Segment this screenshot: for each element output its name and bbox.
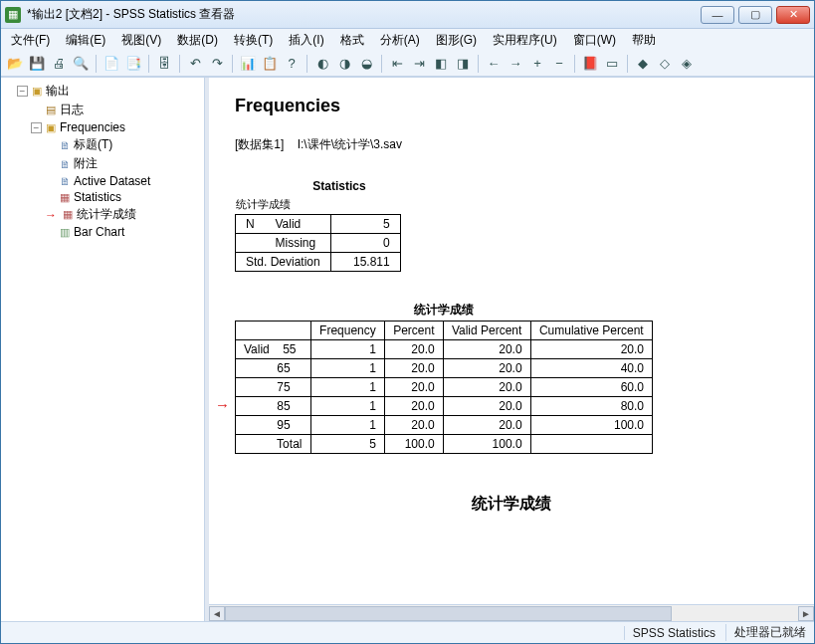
scroll-track[interactable]: [225, 606, 798, 621]
scroll-left-button[interactable]: ◄: [209, 606, 225, 621]
app-window: ▦ *输出2 [文档2] - SPSS Statistics 查看器 — ▢ ✕…: [0, 0, 815, 644]
freq-col-validpercent: Valid Percent: [443, 322, 530, 340]
toolbar-export-button[interactable]: 📄: [102, 54, 121, 74]
toolbar-promote-button[interactable]: ⇤: [387, 54, 407, 74]
freq-total-row: Total5100.0100.0: [236, 435, 653, 454]
toolbar: 📂💾🖨🔍📄📑🗄↶↷📊📋?◐◑◒⇤⇥◧◨←→+−📕▭◆◇◈: [1, 51, 814, 77]
menu-item-0[interactable]: 文件(F): [5, 30, 56, 51]
titlebar: ▦ *输出2 [文档2] - SPSS Statistics 查看器 — ▢ ✕: [1, 1, 814, 29]
menu-item-3[interactable]: 数据(D): [171, 30, 224, 51]
toolbar-d2-button[interactable]: ◇: [655, 54, 675, 74]
toolbar-redo-button[interactable]: ↷: [207, 54, 227, 74]
toolbar-d3-button[interactable]: ◈: [677, 54, 697, 74]
toolbar-pt2-button[interactable]: ◑: [334, 54, 354, 74]
toolbar-expand-button[interactable]: +: [527, 54, 547, 74]
tree-log[interactable]: ▤ 日志: [31, 101, 202, 119]
toolbar-separator: [148, 55, 149, 73]
app-icon: ▦: [5, 7, 21, 23]
tree-notes[interactable]: 🗎附注: [45, 154, 202, 173]
horizontal-scrollbar[interactable]: ◄ ►: [209, 604, 814, 621]
toolbar-back-button[interactable]: ←: [484, 54, 504, 74]
freq-total-vp: 100.0: [443, 435, 530, 454]
freq-vp: 20.0: [443, 378, 530, 397]
output-content[interactable]: Frequencies [数据集1] I:\课件\统计学\3.sav Stati…: [209, 78, 814, 604]
freq-row: 65120.020.040.0: [236, 359, 653, 378]
menu-item-9[interactable]: 实用程序(U): [487, 30, 563, 51]
tree-barchart[interactable]: ▥Bar Chart: [45, 224, 202, 240]
toolbar-collapse-button[interactable]: −: [549, 54, 569, 74]
menu-item-4[interactable]: 转换(T): [228, 30, 279, 51]
tree-variable[interactable]: →▦统计学成绩: [45, 205, 202, 224]
toolbar-open-button[interactable]: 📂: [5, 54, 25, 74]
close-button[interactable]: ✕: [776, 6, 810, 24]
tree-statistics[interactable]: ▦Statistics: [45, 189, 202, 205]
menu-item-7[interactable]: 分析(A): [374, 30, 426, 51]
toolbar-d1-button[interactable]: ◆: [633, 54, 653, 74]
outline-pane[interactable]: −▣ 输出 ▤ 日志 −▣ Frequencies 🗎标题(: [1, 78, 205, 621]
toolbar-hide-button[interactable]: ◨: [453, 54, 473, 74]
freq-vp: 20.0: [443, 397, 530, 416]
freq-row: 85120.020.080.0: [236, 397, 653, 416]
toolbar-select-last-button[interactable]: 📋: [260, 54, 280, 74]
freq-col-percent: Percent: [384, 322, 443, 340]
toolbar-dialog-button[interactable]: ▭: [602, 54, 622, 74]
menu-item-6[interactable]: 格式: [334, 30, 370, 51]
minimize-button[interactable]: —: [701, 6, 734, 24]
stats-n-label: N: [236, 215, 266, 234]
tree-frequencies-label: Frequencies: [60, 120, 125, 134]
status-processor: 处理器已就绪: [725, 624, 806, 641]
freq-cp: 100.0: [530, 416, 652, 435]
scroll-right-button[interactable]: ►: [798, 606, 814, 621]
toolbar-separator: [96, 55, 97, 73]
toolbar-save-button[interactable]: 💾: [27, 54, 47, 74]
tree-title[interactable]: 🗎标题(T): [45, 135, 202, 154]
menu-item-2[interactable]: 视图(V): [115, 30, 167, 51]
menu-item-10[interactable]: 窗口(W): [567, 30, 622, 51]
toolbar-pt3-button[interactable]: ◒: [356, 54, 376, 74]
freq-total-cp: [530, 435, 652, 454]
tree-active-dataset[interactable]: 🗎Active Dataset: [45, 173, 202, 189]
tree-root[interactable]: −▣ 输出: [17, 82, 202, 101]
freq-cp: 40.0: [530, 359, 652, 378]
frequency-table[interactable]: Frequency Percent Valid Percent Cumulati…: [235, 321, 653, 454]
toolbar-show-button[interactable]: ◧: [431, 54, 451, 74]
menu-item-8[interactable]: 图形(G): [430, 30, 483, 51]
toolbar-separator: [574, 55, 575, 73]
folder-icon: ▣: [44, 121, 58, 133]
toolbar-help-button[interactable]: ?: [282, 54, 302, 74]
toolbar-pt1-button[interactable]: ◐: [312, 54, 332, 74]
toolbar-demote-button[interactable]: ⇥: [409, 54, 429, 74]
toolbar-goto-button[interactable]: 📊: [238, 54, 258, 74]
freq-cat: 95: [236, 416, 311, 435]
freq-vp: 20.0: [443, 340, 530, 359]
toolbar-undo-button[interactable]: ↶: [185, 54, 205, 74]
menu-item-11[interactable]: 帮助: [626, 30, 662, 51]
freq-f: 1: [310, 397, 384, 416]
toolbar-print-button[interactable]: 🖨: [49, 54, 69, 74]
toolbar-book-button[interactable]: 📕: [580, 54, 600, 74]
statistics-table[interactable]: 统计学成绩 N Valid 5 Missing 0 Std. Devia: [235, 195, 401, 272]
toolbar-preview-button[interactable]: 🔍: [71, 54, 91, 74]
toolbar-separator: [627, 55, 628, 73]
menu-item-5[interactable]: 插入(I): [283, 30, 329, 51]
current-item-arrow-icon: →: [215, 396, 230, 413]
scroll-thumb[interactable]: [225, 606, 672, 621]
window-title: *输出2 [文档2] - SPSS Statistics 查看器: [27, 6, 701, 23]
selection-arrow-icon: →: [45, 208, 57, 222]
menu-item-1[interactable]: 编辑(E): [60, 30, 111, 51]
maximize-button[interactable]: ▢: [738, 6, 772, 24]
main-area: −▣ 输出 ▤ 日志 −▣ Frequencies 🗎标题(: [1, 77, 814, 621]
toolbar-recall-button[interactable]: 🗄: [154, 54, 174, 74]
freq-cp: 60.0: [530, 378, 652, 397]
dataset-label: [数据集1]: [235, 137, 284, 151]
tree-barchart-label: Bar Chart: [74, 225, 124, 239]
toolbar-mail-button[interactable]: 📑: [123, 54, 143, 74]
tree-title-label: 标题(T): [74, 136, 112, 153]
menubar: 文件(F)编辑(E)视图(V)数据(D)转换(T)插入(I)格式分析(A)图形(…: [1, 29, 814, 51]
toolbar-forward-button[interactable]: →: [506, 54, 525, 74]
statusbar: SPSS Statistics 处理器已就绪: [1, 621, 814, 643]
freq-title: 统计学成绩: [235, 302, 653, 319]
tree-log-label: 日志: [60, 102, 84, 118]
tree-frequencies[interactable]: −▣ Frequencies: [31, 119, 202, 135]
freq-vp: 20.0: [443, 359, 530, 378]
